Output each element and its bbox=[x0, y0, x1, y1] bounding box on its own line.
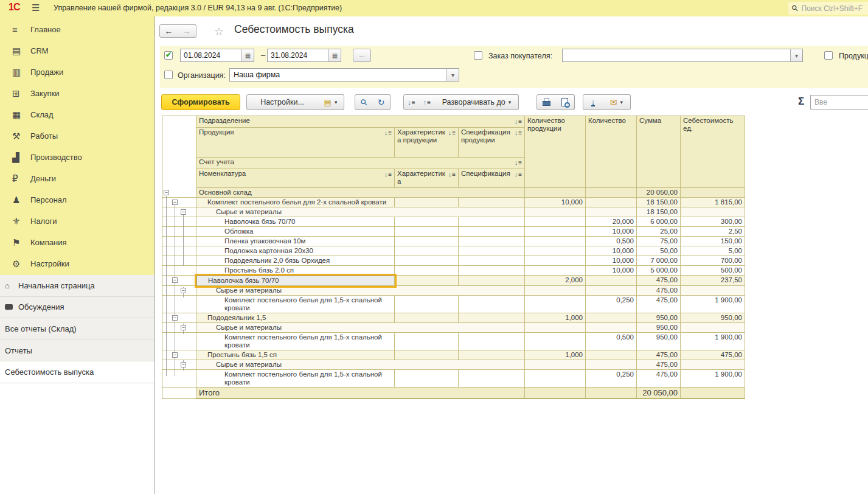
cell-specification[interactable] bbox=[459, 256, 525, 266]
cell-nomenclature[interactable]: Простынь бязь 2.0 сп bbox=[196, 266, 395, 276]
cell-value[interactable]: 237,50 bbox=[681, 276, 745, 286]
find-next-button[interactable]: ↻ bbox=[372, 94, 391, 110]
cell-value[interactable] bbox=[681, 323, 745, 333]
main-menu-icon[interactable]: ☰ bbox=[32, 2, 40, 13]
cell-value[interactable]: 20 050,00 bbox=[637, 388, 681, 398]
cell-group-name[interactable]: Наволочка бязь 70/70 bbox=[196, 276, 395, 286]
cell-value[interactable] bbox=[525, 388, 586, 398]
cell-specification[interactable] bbox=[459, 370, 525, 388]
production-checkbox[interactable] bbox=[824, 51, 833, 60]
cell-specification[interactable] bbox=[459, 276, 525, 286]
cell-characteristic[interactable] bbox=[395, 198, 459, 207]
cell-value[interactable] bbox=[681, 207, 745, 217]
cell-value[interactable]: 475,00 bbox=[637, 276, 681, 286]
cell-characteristic[interactable] bbox=[395, 276, 459, 286]
collapse-group-icon[interactable]: − bbox=[181, 288, 186, 293]
date-from-input[interactable] bbox=[181, 49, 241, 61]
cell-value[interactable]: 950,00 bbox=[637, 333, 681, 350]
period-more-button[interactable]: ... bbox=[353, 49, 371, 62]
cell-value[interactable]: 18 150,00 bbox=[637, 198, 681, 207]
chevron-down-icon[interactable]: ▾ bbox=[446, 69, 459, 81]
cell-value[interactable]: 1 900,00 bbox=[681, 333, 745, 350]
cell-nomenclature[interactable]: Комплект постельного белья для 1,5-х спа… bbox=[196, 370, 395, 388]
cell-specification[interactable] bbox=[459, 333, 525, 350]
sort-icon[interactable]: ↓≡ bbox=[515, 117, 522, 125]
cell-value[interactable]: 500,00 bbox=[681, 266, 745, 276]
cell-value[interactable] bbox=[525, 333, 586, 350]
cell-nomenclature[interactable]: Обложка bbox=[196, 227, 395, 237]
cell-group-name[interactable]: Сырье и материалы bbox=[196, 286, 525, 296]
nav-item-reports[interactable]: Отчеты bbox=[0, 340, 155, 362]
sidebar-item-production[interactable]: ▟Производство bbox=[0, 147, 155, 168]
search-input[interactable] bbox=[800, 4, 868, 13]
cell-nomenclature[interactable]: Подложка картонная 20x30 bbox=[196, 246, 395, 256]
cell-value[interactable]: 475,00 bbox=[681, 350, 745, 360]
collapse-group-icon[interactable]: − bbox=[172, 277, 178, 283]
chevron-down-icon[interactable]: ▾ bbox=[790, 49, 802, 61]
cell-value[interactable]: 18 150,00 bbox=[637, 207, 681, 217]
column-header-qty[interactable]: Количество bbox=[586, 116, 637, 188]
cell-group-name[interactable]: Основной склад bbox=[196, 188, 525, 198]
cell-value[interactable] bbox=[525, 360, 586, 370]
cell-value[interactable] bbox=[681, 388, 745, 398]
cell-value[interactable] bbox=[586, 360, 637, 370]
cell-value[interactable]: 1,000 bbox=[525, 350, 586, 360]
cell-value[interactable] bbox=[586, 276, 637, 286]
organization-checkbox[interactable] bbox=[164, 71, 173, 79]
cell-value[interactable]: 7 000,00 bbox=[637, 256, 681, 266]
organization-combo[interactable]: Наша фирма ▾ bbox=[229, 68, 459, 82]
sidebar-item-sales[interactable]: ▥Продажи bbox=[0, 61, 155, 83]
cell-characteristic[interactable] bbox=[395, 333, 459, 350]
cell-value[interactable]: 2,50 bbox=[681, 227, 745, 237]
collapse-group-icon[interactable]: − bbox=[181, 362, 186, 367]
nav-item-home[interactable]: ⌂Начальная страница bbox=[0, 275, 155, 297]
sidebar-item-main[interactable]: ≡Главное bbox=[0, 19, 155, 40]
cell-characteristic[interactable] bbox=[395, 246, 459, 256]
cell-characteristic[interactable] bbox=[395, 370, 459, 388]
cell-specification[interactable] bbox=[459, 350, 525, 360]
cell-characteristic[interactable] bbox=[395, 217, 459, 227]
cell-specification[interactable] bbox=[459, 246, 525, 256]
cell-characteristic[interactable] bbox=[395, 237, 459, 246]
cell-specification[interactable] bbox=[459, 217, 525, 227]
cell-value[interactable]: 2,000 bbox=[525, 276, 586, 286]
cell-nomenclature[interactable]: Пододеяльник 2,0 бязь Орхидея bbox=[196, 256, 395, 266]
cell-value[interactable]: 20,000 bbox=[586, 217, 637, 227]
global-search[interactable]: ⚲ bbox=[788, 2, 868, 15]
cell-value[interactable]: 950,00 bbox=[681, 313, 745, 323]
save-button[interactable]: ↓ bbox=[583, 94, 603, 110]
cell-value[interactable]: 475,00 bbox=[637, 360, 681, 370]
favorite-star-icon[interactable]: ☆ bbox=[214, 25, 224, 38]
cell-value[interactable] bbox=[525, 227, 586, 237]
cell-value[interactable] bbox=[525, 217, 586, 227]
nav-item-all-reports[interactable]: Все отчеты (Склад) bbox=[0, 318, 155, 340]
cell-value[interactable]: 1,000 bbox=[525, 313, 586, 323]
back-button[interactable]: ← bbox=[159, 24, 178, 38]
sidebar-item-settings[interactable]: ⚙Настройки bbox=[0, 253, 155, 274]
cell-value[interactable] bbox=[586, 350, 637, 360]
sort-icon[interactable]: ↓≡ bbox=[384, 129, 392, 137]
cell-value[interactable]: 1 900,00 bbox=[681, 370, 745, 388]
total-label[interactable]: Итого bbox=[196, 388, 525, 398]
cell-value[interactable]: 0,250 bbox=[586, 370, 637, 388]
sidebar-item-taxes[interactable]: ⚜Налоги bbox=[0, 210, 155, 232]
cell-characteristic[interactable] bbox=[395, 256, 459, 266]
nav-item-cost-report[interactable]: Себестоимость выпуска bbox=[0, 361, 155, 383]
cell-value[interactable]: 475,00 bbox=[637, 370, 681, 388]
date-to-input[interactable] bbox=[268, 49, 328, 61]
cell-value[interactable]: 10,000 bbox=[586, 246, 637, 256]
cell-value[interactable]: 5 000,00 bbox=[637, 266, 681, 276]
cell-value[interactable] bbox=[681, 360, 745, 370]
calendar-icon[interactable]: ▦ bbox=[328, 49, 341, 61]
cell-value[interactable]: 700,00 bbox=[681, 256, 745, 266]
cell-value[interactable] bbox=[525, 207, 586, 217]
column-header-production-characteristic[interactable]: ↓≡Характеристика продукции bbox=[395, 128, 459, 158]
column-header-production-specification[interactable]: ↓≡Спецификация продукции bbox=[459, 128, 525, 158]
collapse-group-icon[interactable]: − bbox=[172, 352, 178, 358]
collapse-group-icon[interactable]: − bbox=[181, 209, 186, 215]
cell-value[interactable] bbox=[525, 323, 586, 333]
cell-nomenclature[interactable]: Комплект постельного белья для 1,5-х спа… bbox=[196, 333, 395, 350]
cell-value[interactable]: 25,00 bbox=[637, 227, 681, 237]
cell-value[interactable]: 10,000 bbox=[586, 256, 637, 266]
sort-icon[interactable]: ↓≡ bbox=[384, 170, 392, 178]
